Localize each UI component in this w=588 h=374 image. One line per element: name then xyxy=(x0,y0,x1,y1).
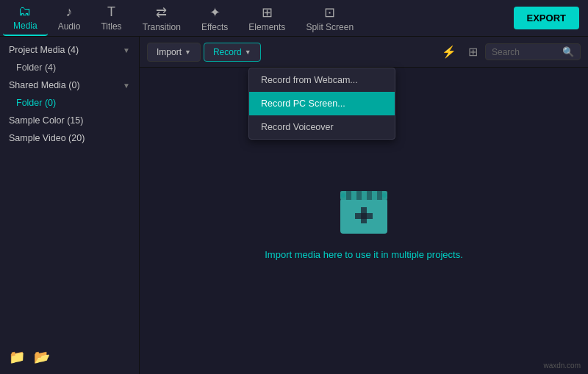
nav-item-splitscreen[interactable]: ⊡ Split Screen xyxy=(295,0,364,36)
svg-rect-7 xyxy=(377,191,382,200)
export-button[interactable]: EXPORT xyxy=(514,7,579,29)
record-button[interactable]: Record ▼ xyxy=(204,43,261,62)
sidebar: Project Media (4) ▼ Folder (4) Shared Me… xyxy=(0,37,140,374)
nav-item-audio[interactable]: ♪ Audio xyxy=(48,0,91,36)
sidebar-item-folder[interactable]: Folder (4) xyxy=(0,59,139,76)
search-box: 🔍 xyxy=(485,43,581,60)
effects-icon: ✦ xyxy=(209,4,220,21)
nav-item-transition[interactable]: ⇄ Transition xyxy=(132,0,191,36)
sidebar-bottom: 📁 📂 xyxy=(0,346,140,368)
media-icon: 🗂 xyxy=(18,4,32,19)
audio-icon: ♪ xyxy=(66,4,73,20)
record-pc-screen-item[interactable]: Record PC Screen... xyxy=(249,92,395,115)
svg-rect-5 xyxy=(356,191,362,200)
svg-rect-2 xyxy=(355,213,373,219)
svg-point-8 xyxy=(341,193,345,198)
add-folder-icon[interactable]: 📂 xyxy=(34,349,50,365)
svg-point-9 xyxy=(382,193,387,198)
sidebar-item-shared-media[interactable]: Shared Media (0) ▼ xyxy=(0,76,139,94)
nav-item-titles[interactable]: T Titles xyxy=(90,0,132,36)
import-button[interactable]: Import ▼ xyxy=(147,43,201,62)
nav-item-media[interactable]: 🗂 Media xyxy=(3,0,48,36)
record-dropdown-menu: Record from Webcam... Record PC Screen..… xyxy=(248,68,395,140)
transition-icon: ⇄ xyxy=(156,4,167,21)
search-icon[interactable]: 🔍 xyxy=(562,46,574,57)
nav-item-elements[interactable]: ⊞ Elements xyxy=(238,0,295,36)
elements-icon: ⊞ xyxy=(262,4,273,21)
nav-label-elements: Elements xyxy=(248,22,285,32)
clapperboard-icon xyxy=(334,182,393,237)
titles-icon: T xyxy=(107,4,115,20)
sidebar-item-sample-color[interactable]: Sample Color (15) xyxy=(0,112,139,129)
svg-rect-6 xyxy=(367,191,372,200)
splitscreen-icon: ⊡ xyxy=(324,4,335,21)
watermark: waxdn.com xyxy=(543,362,581,370)
record-dropdown-arrow: ▼ xyxy=(245,48,251,56)
top-nav: 🗂 Media ♪ Audio T Titles ⇄ Transition ✦ … xyxy=(0,0,588,37)
search-input[interactable] xyxy=(492,47,558,57)
filter-button[interactable]: ⚡ xyxy=(437,42,461,62)
nav-label-media: Media xyxy=(13,21,37,31)
record-voiceover-item[interactable]: Record Voiceover xyxy=(249,115,395,139)
content-area: Import ▼ Record ▼ ⚡ ⊞ 🔍 Record from Webc… xyxy=(140,37,588,374)
nav-label-splitscreen: Split Screen xyxy=(306,22,354,32)
sidebar-item-project-media[interactable]: Project Media (4) ▼ xyxy=(0,41,139,59)
main-area: Project Media (4) ▼ Folder (4) Shared Me… xyxy=(0,37,588,374)
sidebar-item-sample-video[interactable]: Sample Video (20) xyxy=(0,129,139,147)
sidebar-item-folder-link[interactable]: Folder (0) xyxy=(0,94,139,112)
grid-view-button[interactable]: ⊞ xyxy=(464,42,482,62)
nav-label-titles: Titles xyxy=(101,21,121,32)
empty-message: Import media here to use it in multiple … xyxy=(265,249,463,260)
nav-label-audio: Audio xyxy=(58,21,81,32)
content-toolbar: Import ▼ Record ▼ ⚡ ⊞ 🔍 xyxy=(140,37,588,68)
nav-label-effects: Effects xyxy=(201,22,228,32)
record-label: Record xyxy=(213,47,242,57)
svg-rect-4 xyxy=(346,191,351,200)
chevron-icon-2: ▼ xyxy=(123,82,130,90)
nav-label-transition: Transition xyxy=(143,22,181,32)
new-folder-icon[interactable]: 📁 xyxy=(9,349,25,365)
chevron-icon: ▼ xyxy=(123,46,130,54)
import-dropdown-arrow: ▼ xyxy=(184,48,191,56)
record-webcam-item[interactable]: Record from Webcam... xyxy=(249,68,395,92)
import-label: Import xyxy=(157,47,182,57)
nav-item-effects[interactable]: ✦ Effects xyxy=(191,0,238,36)
